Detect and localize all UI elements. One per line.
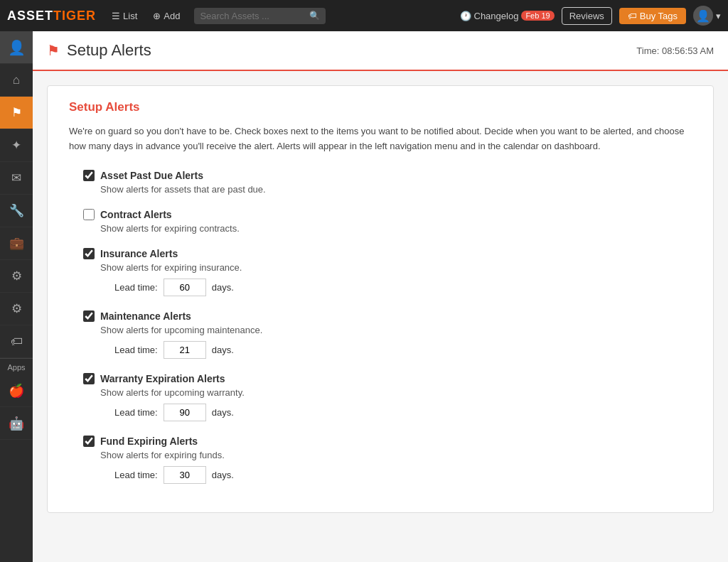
clock-icon: 🕐	[460, 11, 471, 21]
changelog-badge: Feb 19	[521, 11, 554, 21]
alerts-section: Setup Alerts We're on guard so you don't…	[47, 85, 714, 513]
list-label: List	[123, 11, 137, 21]
alert-header: Fund Expiring Alerts	[83, 436, 692, 447]
reviews-button[interactable]: Reviews	[562, 7, 612, 25]
insurance-checkbox[interactable]	[83, 248, 95, 259]
list-button[interactable]: ☰ List	[107, 8, 141, 24]
alert-header: Maintenance Alerts	[83, 310, 692, 322]
warranty-lead-time-input[interactable]	[164, 404, 206, 421]
apps-label: Apps	[0, 359, 33, 374]
page-title: ⚑ Setup Alerts	[47, 41, 151, 60]
alert-header: Insurance Alerts	[83, 248, 692, 259]
insurance-lead-time-row: Lead time: days.	[114, 279, 692, 296]
buytags-button[interactable]: 🏷 Buy Tags	[619, 8, 686, 24]
flag-sidebar-icon: ⚑	[11, 105, 22, 120]
sidebar-item-alerts[interactable]: ⚑	[0, 97, 33, 129]
sidebar-item-settings[interactable]: ⚙	[0, 260, 33, 293]
main-content: ⚑ Setup Alerts Time: 08:56:53 AM Setup A…	[33, 31, 728, 562]
alert-item-insurance: Insurance Alerts Show alerts for expirin…	[69, 248, 692, 296]
maintenance-title: Maintenance Alerts	[100, 310, 191, 322]
add-label: Add	[164, 11, 180, 21]
warranty-lead-time-label: Lead time:	[114, 407, 158, 418]
warranty-checkbox[interactable]	[83, 373, 95, 384]
warranty-lead-time-row: Lead time: days.	[114, 404, 692, 421]
sidebar-item-tags[interactable]: 🏷	[0, 325, 33, 358]
alert-header: Asset Past Due Alerts	[83, 170, 692, 181]
maintenance-checkbox[interactable]	[83, 310, 95, 322]
maintenance-lead-time-days: days.	[212, 345, 234, 355]
section-description: We're on guard so you don't have to be. …	[69, 124, 692, 154]
fund-expiring-desc: Show alerts for expiring funds.	[100, 450, 692, 460]
warranty-title: Warranty Expiration Alerts	[100, 373, 225, 384]
time-display: Time: 08:56:53 AM	[636, 45, 714, 56]
contract-title: Contract Alerts	[100, 209, 172, 220]
page-body: Setup Alerts We're on guard so you don't…	[33, 71, 728, 562]
sidebar-item-apple[interactable]: 🍎	[0, 374, 33, 407]
insurance-desc: Show alerts for expiring insurance.	[100, 262, 692, 273]
contract-desc: Show alerts for expiring contracts.	[100, 223, 692, 234]
section-title: Setup Alerts	[69, 100, 692, 114]
fund-expiring-checkbox[interactable]	[83, 436, 95, 447]
fund-expiring-lead-time-days: days.	[212, 470, 234, 480]
sidebar-item-gear[interactable]: ⚙	[0, 293, 33, 325]
changelog-button[interactable]: 🕐 Changelog Feb 19	[460, 11, 555, 21]
warranty-desc: Show alerts for upcoming warranty.	[100, 387, 692, 398]
logo: ASSETTIGER	[7, 9, 96, 23]
fund-expiring-lead-time-row: Lead time: days.	[114, 466, 692, 484]
search-icon: 🔍	[309, 11, 320, 21]
alert-item-warranty: Warranty Expiration Alerts Show alerts f…	[69, 373, 692, 421]
maintenance-lead-time-row: Lead time: days.	[114, 341, 692, 359]
alert-item-contract: Contract Alerts Show alerts for expiring…	[69, 209, 692, 234]
flag-icon: ⚑	[47, 42, 60, 59]
search-container: 🔍	[194, 8, 326, 24]
alert-header: Contract Alerts	[83, 209, 692, 220]
sidebar-item-android[interactable]: 🤖	[0, 407, 33, 440]
fund-expiring-title: Fund Expiring Alerts	[100, 436, 198, 447]
inbox-icon: ✉	[11, 171, 21, 185]
maintenance-lead-time-input[interactable]	[164, 341, 206, 359]
briefcase-icon: 💼	[9, 236, 24, 251]
maintenance-icon: 🔧	[9, 203, 24, 218]
alert-item-maintenance: Maintenance Alerts Show alerts for upcom…	[69, 310, 692, 359]
buytags-label: Buy Tags	[640, 11, 678, 21]
sidebar-item-home[interactable]: ⌂	[0, 64, 33, 97]
alert-header: Warranty Expiration Alerts	[83, 373, 692, 384]
insurance-lead-time-label: Lead time:	[114, 282, 158, 293]
add-icon: ⊕	[153, 11, 161, 21]
sidebar-item-maintenance[interactable]: 🔧	[0, 195, 33, 227]
fund-expiring-lead-time-input[interactable]	[164, 466, 206, 484]
sidebar-item-briefcase[interactable]: 💼	[0, 227, 33, 260]
android-icon: 🤖	[9, 416, 24, 431]
user-icon: 👤	[8, 39, 26, 56]
maintenance-desc: Show alerts for upcoming maintenance.	[100, 325, 692, 335]
sidebar-item-inbox[interactable]: ✉	[0, 162, 33, 195]
alert-item-fund-expiring: Fund Expiring Alerts Show alerts for exp…	[69, 436, 692, 484]
settings-icon: ⚙	[11, 269, 22, 283]
alert-item-asset-past-due: Asset Past Due Alerts Show alerts for as…	[69, 170, 692, 195]
changelog-label: Changelog	[474, 11, 519, 21]
maintenance-lead-time-label: Lead time:	[114, 345, 158, 355]
logo-highlight: TIGER	[53, 9, 96, 23]
contract-checkbox[interactable]	[83, 209, 95, 220]
asset-past-due-desc: Show alerts for assets that are past due…	[100, 184, 692, 195]
asset-past-due-checkbox[interactable]	[83, 170, 95, 181]
warranty-lead-time-days: days.	[212, 407, 234, 418]
gear-icon: ⚙	[11, 301, 22, 316]
asset-past-due-title: Asset Past Due Alerts	[100, 170, 203, 181]
list-icon: ☰	[112, 11, 120, 21]
sidebar-avatar[interactable]: 👤	[0, 31, 33, 64]
top-navigation: ASSETTIGER ☰ List ⊕ Add 🔍 🕐 Changelog Fe…	[0, 0, 728, 31]
search-input[interactable]	[200, 11, 309, 21]
tags-icon: 🏷	[11, 335, 23, 349]
checkin-icon: ✦	[11, 138, 21, 153]
fund-expiring-lead-time-label: Lead time:	[114, 470, 158, 480]
sidebar: 👤 ⌂ ⚑ ✦ ✉ 🔧 💼 ⚙ ⚙ 🏷 Apps 🍎	[0, 31, 33, 562]
page-title-text: Setup Alerts	[67, 41, 151, 60]
sidebar-item-checkin[interactable]: ✦	[0, 129, 33, 162]
add-button[interactable]: ⊕ Add	[149, 8, 184, 24]
user-menu-button[interactable]: 👤 ▾	[693, 6, 721, 26]
insurance-lead-time-input[interactable]	[164, 279, 206, 296]
insurance-lead-time-days: days.	[212, 282, 234, 293]
page-header: ⚑ Setup Alerts Time: 08:56:53 AM	[33, 31, 728, 71]
avatar: 👤	[693, 6, 713, 26]
